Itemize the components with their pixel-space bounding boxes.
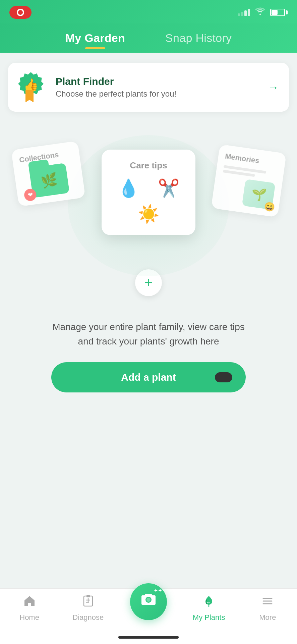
status-right	[238, 7, 288, 17]
diagnose-label: Diagnose	[72, 613, 104, 622]
add-plant-button[interactable]: Add a plant	[51, 362, 246, 392]
header-tabs: My Garden Snap History	[0, 23, 297, 53]
nav-item-camera[interactable]: ✦✦	[130, 597, 167, 620]
svg-rect-1	[86, 595, 90, 597]
more-label: More	[259, 613, 276, 622]
signal-icon	[238, 9, 250, 16]
folder-leaf-icon: 🌿	[40, 171, 59, 190]
memory-plant-icon: 🌱	[250, 186, 267, 203]
scissors-icon: ✂️	[158, 178, 180, 199]
wifi-icon	[255, 7, 265, 17]
my-plants-icon	[202, 595, 215, 610]
memory-lines	[223, 165, 277, 180]
battery-icon	[270, 9, 288, 16]
care-tips-title: Care tips	[111, 160, 186, 171]
description-text: Manage your entire plant family, view ca…	[51, 320, 246, 349]
nav-item-diagnose[interactable]: Diagnose	[71, 595, 105, 622]
home-indicator	[0, 632, 297, 644]
diagnose-icon	[82, 595, 95, 610]
collections-card: Collections 🌿 ❤	[11, 141, 85, 207]
memory-emoji-icon: 😄	[263, 201, 276, 213]
ribbon-decoration	[25, 90, 34, 102]
nav-item-more[interactable]: More	[251, 595, 284, 622]
nav-item-home[interactable]: Home	[13, 595, 46, 622]
svg-point-5	[146, 598, 151, 602]
tab-my-garden[interactable]: My Garden	[45, 27, 145, 53]
more-icon	[261, 595, 274, 610]
sun-icon: ☀️	[138, 204, 160, 224]
memories-card: Memories 🌱 😄	[211, 144, 287, 217]
my-plants-label: My Plants	[193, 613, 225, 622]
memories-content: 🌱 😄	[219, 165, 277, 210]
finder-text: Plant Finder Choose the perfect plants f…	[56, 76, 260, 99]
bottom-navigation: Home Diagnose ✦✦	[0, 588, 297, 632]
toggle-overlay	[215, 372, 232, 382]
fab-sparkle-icon: ✦✦	[154, 587, 162, 594]
home-bar	[118, 636, 179, 639]
home-label: Home	[19, 613, 39, 622]
tab-snap-history[interactable]: Snap History	[145, 27, 252, 53]
illustration-area: Collections 🌿 ❤ Care tips 💧 ✂️ ☀️	[8, 128, 289, 296]
recording-indicator	[9, 6, 32, 19]
care-tips-card: Care tips 💧 ✂️ ☀️	[102, 150, 195, 235]
camera-icon	[140, 591, 157, 612]
plant-finder-title: Plant Finder	[56, 76, 260, 87]
collections-content: 🌿 ❤	[20, 162, 78, 199]
water-drop-icon: 💧	[118, 178, 139, 199]
status-bar	[0, 0, 297, 23]
status-left	[9, 6, 32, 19]
rec-dot	[17, 9, 24, 16]
main-content: 👍 Plant Finder Choose the perfect plants…	[0, 53, 297, 588]
plant-finder-arrow: →	[268, 81, 279, 94]
care-icons-grid: 💧 ✂️ ☀️	[111, 178, 186, 224]
rec-dot-inner	[18, 10, 23, 15]
cards-container: Collections 🌿 ❤ Care tips 💧 ✂️ ☀️	[8, 128, 289, 256]
nav-item-my-plants[interactable]: My Plants	[192, 595, 226, 622]
plant-finder-card[interactable]: 👍 Plant Finder Choose the perfect plants…	[8, 63, 289, 112]
memories-title: Memories	[225, 152, 279, 168]
finder-icon-wrap: 👍	[18, 72, 48, 102]
camera-fab[interactable]: ✦✦	[130, 583, 167, 620]
plant-finder-subtitle: Choose the perfect plants for you!	[56, 89, 260, 99]
home-icon	[23, 595, 36, 610]
memory-image: 🌱 😄	[242, 179, 276, 210]
